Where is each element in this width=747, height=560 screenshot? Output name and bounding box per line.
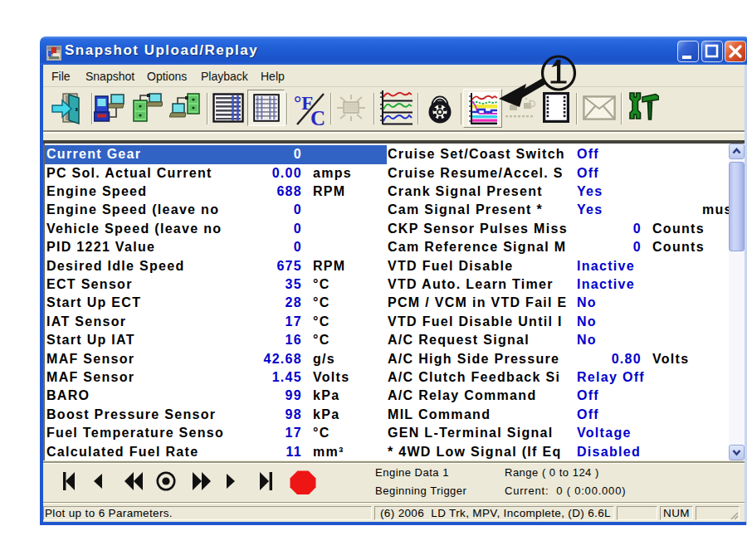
svg-text:C: C xyxy=(310,107,325,126)
